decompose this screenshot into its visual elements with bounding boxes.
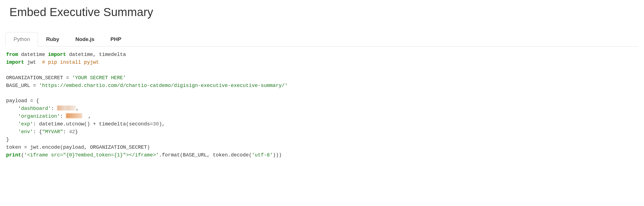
tab-nodejs[interactable]: Node.js — [67, 32, 103, 47]
code-number: 42 — [69, 129, 75, 135]
code-string: 'env' — [18, 129, 33, 135]
code-var: payload = { — [6, 98, 39, 104]
code-comment: # pip install pyjwt — [42, 60, 99, 65]
code-text: , — [88, 114, 91, 119]
code-keyword: import — [48, 52, 66, 57]
code-text: : — [51, 106, 57, 111]
code-keyword: print — [6, 152, 21, 158]
tab-python[interactable]: Python — [6, 32, 38, 47]
code-module: jwt — [27, 60, 36, 65]
code-string: 'YOUR SECRET HERE' — [72, 75, 126, 81]
code-block: from datetime import datetime, timedelta… — [6, 47, 638, 163]
code-text: ), — [159, 121, 165, 127]
code-names: datetime, timedelta — [69, 52, 126, 57]
code-string: 'exp' — [18, 121, 33, 127]
page-title: Embed Executive Summary — [9, 6, 638, 19]
tab-php[interactable]: PHP — [102, 32, 129, 47]
code-number: 30 — [153, 121, 159, 127]
redacted-value — [57, 105, 76, 110]
code-text: ( — [21, 152, 24, 158]
code-keyword: import — [6, 60, 24, 65]
code-text: : datetime.utcnow() + timedelta(seconds= — [33, 121, 153, 127]
code-text: , — [76, 106, 79, 111]
code-text: .format(BASE_URL, token.decode( — [159, 152, 252, 158]
code-text: token = jwt.encode(payload, ORGANIZATION… — [6, 145, 150, 150]
code-string: 'utf-8' — [252, 152, 273, 158]
code-keyword: from — [6, 52, 18, 57]
code-text: : { — [33, 129, 42, 135]
code-text: : — [63, 129, 69, 135]
code-text: } — [75, 129, 78, 135]
code-text: ))) — [273, 152, 282, 158]
code-module: datetime — [21, 52, 45, 57]
code-string: '<iframe src="{0}?embed_token={1}"></ifr… — [24, 152, 159, 158]
code-string: 'organization' — [18, 114, 60, 119]
code-var: ORGANIZATION_SECRET = — [6, 75, 72, 81]
tab-ruby[interactable]: Ruby — [38, 32, 67, 47]
code-string: "MYVAR" — [42, 129, 63, 135]
code-text: } — [6, 137, 9, 142]
redacted-value — [66, 113, 82, 118]
code-string: 'dashboard' — [18, 106, 51, 111]
code-string: 'https://embed.chartio.com/d/chartio-cat… — [39, 83, 288, 88]
code-text: : — [60, 114, 66, 119]
language-tabs: Python Ruby Node.js PHP — [6, 32, 638, 47]
code-var: BASE_URL = — [6, 83, 39, 88]
